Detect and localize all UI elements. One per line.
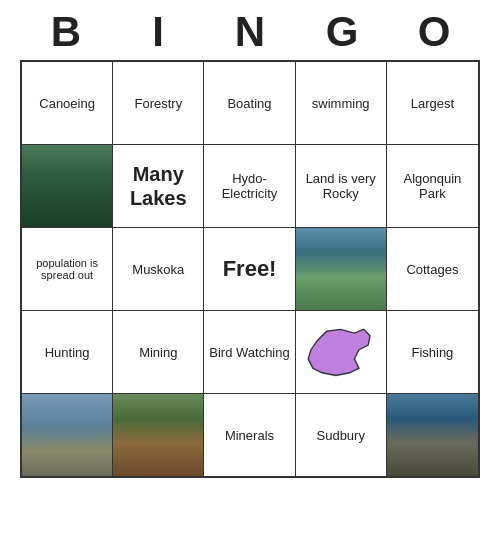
bingo-grid: CanoeingForestryBoatingswimmingLargestMa…: [20, 60, 480, 478]
cell-3-2[interactable]: Bird Watching: [204, 311, 295, 393]
cell-image-cottage: [296, 228, 386, 310]
cell-4-1[interactable]: [113, 394, 204, 476]
cell-image-truck-logs: [113, 394, 203, 476]
cell-3-3[interactable]: [296, 311, 387, 393]
cell-0-1[interactable]: Forestry: [113, 62, 204, 144]
cell-0-4[interactable]: Largest: [387, 62, 478, 144]
cell-4-3[interactable]: Sudbury: [296, 394, 387, 476]
cell-1-2[interactable]: Hydo-Electricity: [204, 145, 295, 227]
cell-0-2[interactable]: Boating: [204, 62, 295, 144]
header-o: O: [393, 8, 475, 56]
bingo-header: B I N G O: [20, 0, 480, 60]
header-i: I: [117, 8, 199, 56]
cell-2-2[interactable]: Free!: [204, 228, 295, 310]
cell-3-1[interactable]: Mining: [113, 311, 204, 393]
row-3: HuntingMiningBird WatchingFishing: [22, 311, 478, 394]
cell-1-1[interactable]: Many Lakes: [113, 145, 204, 227]
cell-1-3[interactable]: Land is very Rocky: [296, 145, 387, 227]
cell-image-forest: [22, 145, 112, 227]
cell-3-4[interactable]: Fishing: [387, 311, 478, 393]
cell-4-0[interactable]: [22, 394, 113, 476]
cell-2-4[interactable]: Cottages: [387, 228, 478, 310]
header-n: N: [209, 8, 291, 56]
cell-1-0[interactable]: [22, 145, 113, 227]
cell-0-0[interactable]: Canoeing: [22, 62, 113, 144]
header-g: G: [301, 8, 383, 56]
ontario-map-svg: [303, 322, 378, 382]
cell-1-4[interactable]: Algonquin Park: [387, 145, 478, 227]
header-b: B: [25, 8, 107, 56]
cell-2-1[interactable]: Muskoka: [113, 228, 204, 310]
row-2: population is spread outMuskokaFree!Cott…: [22, 228, 478, 311]
row-1: Many LakesHydo-ElectricityLand is very R…: [22, 145, 478, 228]
cell-4-4[interactable]: [387, 394, 478, 476]
cell-2-3[interactable]: [296, 228, 387, 310]
cell-0-3[interactable]: swimming: [296, 62, 387, 144]
cell-2-0[interactable]: population is spread out: [22, 228, 113, 310]
cell-3-0[interactable]: Hunting: [22, 311, 113, 393]
row-0: CanoeingForestryBoatingswimmingLargest: [22, 62, 478, 145]
row-4: MineralsSudbury: [22, 394, 478, 476]
cell-image-cliff: [387, 394, 478, 476]
cell-image-lake-rocks: [22, 394, 112, 476]
cell-4-2[interactable]: Minerals: [204, 394, 295, 476]
